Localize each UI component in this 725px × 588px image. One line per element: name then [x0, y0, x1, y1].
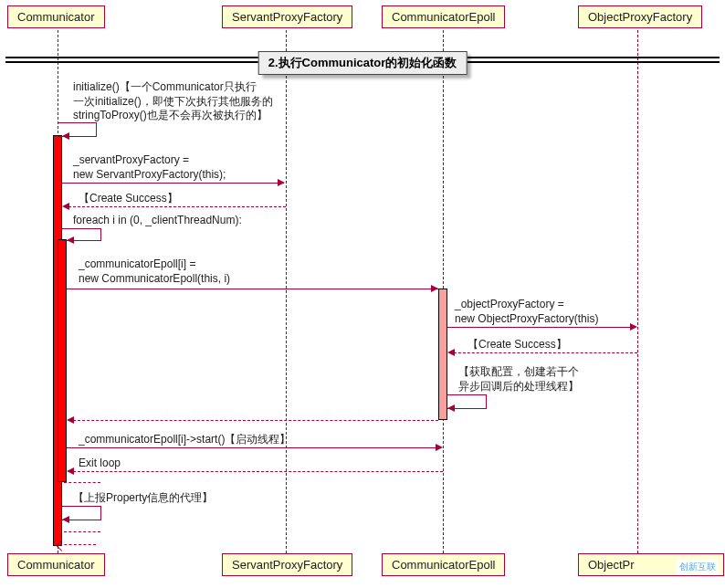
arrow-head — [278, 179, 285, 186]
msg-property-proxy: 【上报Property信息的代理】 — [73, 491, 213, 506]
msg-objectproxyfactory-new: _objectProxyFactory = new ObjectProxyFac… — [455, 298, 598, 326]
arrow-head — [67, 467, 74, 475]
arrow — [62, 183, 284, 184]
participant-label: Communicator — [17, 10, 95, 24]
participant-servantproxyfactory-bottom: ServantProxyFactory — [222, 553, 352, 576]
arrow-head — [447, 404, 455, 412]
arrow-dashed — [64, 531, 100, 532]
participant-label: ServantProxyFactory — [232, 558, 342, 572]
participant-label: Communicator — [17, 558, 95, 572]
msg-create-success-2: 【Create Success】 — [468, 338, 567, 352]
activation-communicatorepoll — [438, 289, 447, 420]
msg-create-success-1: 【Create Success】 — [79, 192, 178, 206]
arrow-dashed — [68, 471, 443, 472]
participant-communicatorepoll-top: CommunicatorEpoll — [382, 5, 505, 28]
msg-initialize: initialize()【一个Communicator只执行 一次initial… — [73, 80, 273, 123]
msg-start: _communicatorEpoll[i]->start()【启动线程】 — [79, 433, 290, 447]
arrow-head — [436, 444, 443, 451]
participant-communicator-top: Communicator — [7, 5, 105, 28]
lifeline-servantproxyfactory — [286, 26, 287, 553]
arrow — [447, 327, 636, 328]
arrow-head — [67, 236, 74, 244]
participant-objectproxyfactory-top: ObjectProxyFactory — [578, 5, 702, 28]
arrow-head — [431, 285, 438, 292]
msg-servantproxyfactory-new: _servantProxyFactory = new ServantProxyF… — [73, 153, 226, 182]
arrow-head — [447, 349, 455, 356]
arrow-head — [630, 323, 637, 331]
msg-exit-loop: Exit loop — [79, 457, 121, 471]
arrow-head — [62, 516, 69, 523]
msg-communicatorepoll-new: _communicatorEpoll[i] = new Communicator… — [79, 257, 230, 286]
arrow-dashed — [68, 420, 438, 421]
arrow — [67, 289, 438, 289]
participant-label: CommunicatorEpoll — [392, 10, 495, 24]
divider-label: 2.执行Communicator的初始化函数 — [258, 51, 468, 75]
participant-servantproxyfactory-top: ServantProxyFactory — [222, 5, 352, 28]
participant-communicator-bottom: Communicator — [7, 553, 105, 576]
watermark: 创新互联 — [676, 559, 720, 575]
arrow-dashed — [449, 352, 637, 353]
msg-foreach: foreach i in (0, _clientThreadNum): — [73, 214, 242, 228]
arrow-head — [67, 416, 74, 424]
arrow-dashed — [64, 482, 100, 483]
arrow-head — [62, 132, 69, 140]
lifeline-objectproxyfactory — [637, 26, 638, 553]
participant-communicatorepoll-bottom: CommunicatorEpoll — [382, 553, 505, 576]
participant-label: CommunicatorEpoll — [392, 558, 495, 572]
msg-config-threads: 【获取配置，创建若干个 异步回调后的处理线程】 — [458, 365, 579, 394]
divider-text: 2.执行Communicator的初始化函数 — [268, 56, 457, 69]
activation-communicator-inner — [58, 239, 67, 482]
arrow-dashed — [64, 206, 286, 207]
arrow-head — [62, 203, 69, 210]
arrow — [67, 447, 441, 448]
participant-label: ServantProxyFactory — [232, 10, 342, 24]
participant-label: ObjectProxyFactory — [588, 10, 692, 24]
